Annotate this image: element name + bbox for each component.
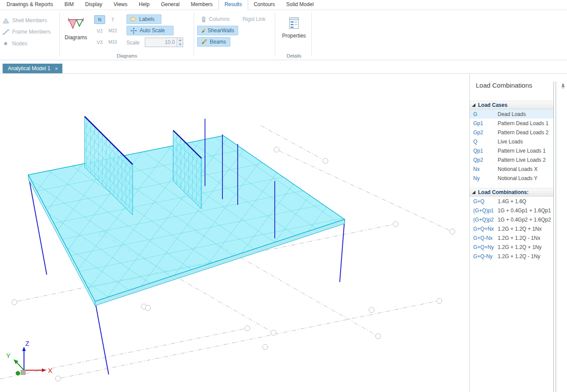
properties-button[interactable]: Properties xyxy=(279,14,309,54)
load-combination-name: (G+Q)p2 xyxy=(473,217,498,223)
close-icon[interactable]: × xyxy=(55,66,58,72)
ribbon-separator xyxy=(59,13,60,56)
shearwalls-icon xyxy=(201,27,205,34)
load-combination-row[interactable]: G+Q+Ny 1.2G + 1.2Q + 1Ny xyxy=(470,242,553,252)
panel-scrollbar[interactable] xyxy=(553,82,556,392)
load-combination-row[interactable]: (G+Q)p2 1G + 0.4Gp2 + 1.6Qp2 xyxy=(470,215,553,224)
panel-title: Load Combinations xyxy=(476,82,532,89)
beams-button-label: Beams xyxy=(210,39,226,45)
tab-contours[interactable]: Contours xyxy=(248,0,281,10)
section-header-load-cases[interactable]: Load Cases xyxy=(470,101,553,109)
tab-results[interactable]: Results xyxy=(219,0,248,10)
component-m33-button[interactable]: M33 xyxy=(107,38,118,47)
load-combination-name: G+Q+Nx xyxy=(473,226,498,232)
document-tab-analytical-model-1[interactable]: Analytical Model 1 × xyxy=(3,64,62,73)
component-v2-button[interactable]: V2 xyxy=(94,27,105,35)
shell-members-button[interactable]: Shell Members xyxy=(3,16,47,25)
pin-icon[interactable] xyxy=(560,83,566,89)
ribbon-body: Shell Members Frame Members Nodes Diagra… xyxy=(0,10,567,60)
beams-icon xyxy=(201,39,207,45)
load-case-row[interactable]: Nx Notional Loads X xyxy=(470,164,553,174)
tab-drawings-reports[interactable]: Drawings & Reports xyxy=(1,0,59,10)
nodes-label: Nodes xyxy=(12,41,27,47)
nodes-button[interactable]: Nodes xyxy=(3,39,27,48)
ribbon-tab-strip: Drawings & Reports BIM Display Views Hel… xyxy=(0,0,567,10)
frame-members-icon xyxy=(3,29,9,35)
load-case-row[interactable]: Qp1 Pattern Live Loads 1 xyxy=(470,146,553,155)
model-viewport[interactable]: Z X Y xyxy=(0,74,469,392)
load-combination-name: G+Q xyxy=(473,198,498,205)
load-combination-desc: 1G + 0.4Gp1 + 1.6Qp1 xyxy=(498,208,551,214)
load-combination-row[interactable]: G+Q 1.4G + 1.6Q xyxy=(470,197,553,206)
load-case-row[interactable]: G Dead Loads xyxy=(470,109,553,119)
ribbon-separator xyxy=(194,13,194,56)
load-case-row[interactable]: Gp2 Pattern Dead Loads 2 xyxy=(470,128,553,137)
tab-views[interactable]: Views xyxy=(108,0,133,10)
section-header-load-combinations[interactable]: Load Combinations: xyxy=(470,188,553,197)
load-combination-name: G+Q-Nx xyxy=(473,235,498,241)
component-m22-button[interactable]: M22 xyxy=(107,27,118,35)
load-combination-row[interactable]: G+Q-Nx 1.2G + 1.2Q - 1Nx xyxy=(470,233,553,242)
shearwalls-button[interactable]: ShearWalls xyxy=(197,26,238,35)
load-case-row[interactable]: Qp2 Pattern Live Loads 2 xyxy=(470,155,553,164)
columns-button[interactable]: Columns xyxy=(197,14,238,24)
ribbon-separator xyxy=(311,13,312,56)
scale-input[interactable] xyxy=(145,38,177,47)
panel-sections: Load Cases G Dead Loads Gp1 Pattern Dead… xyxy=(470,101,553,261)
auto-scale-button-label: Auto Scale xyxy=(140,27,165,34)
load-case-row[interactable]: Gp1 Pattern Dead Loads 1 xyxy=(470,119,553,128)
diagrams-button[interactable]: Diagrams xyxy=(61,14,91,54)
frame-members-button[interactable]: Frame Members xyxy=(3,27,51,36)
load-case-desc: Notional Loads X xyxy=(498,166,537,172)
diagrams-group-caption: Diagrams xyxy=(61,53,193,58)
load-case-name: Q xyxy=(473,139,498,145)
tab-display[interactable]: Display xyxy=(79,0,108,10)
axis-origin-sphere xyxy=(16,372,20,375)
load-combination-row[interactable]: (G+Q)p1 1G + 0.4Gp1 + 1.6Qp1 xyxy=(470,206,553,215)
load-case-row[interactable]: Ny Notional Loads Y xyxy=(470,174,553,183)
load-combination-row[interactable]: G+Q+Nx 1.2G + 1.2Q + 1Nx xyxy=(470,224,553,233)
component-t-button[interactable]: T xyxy=(107,15,118,24)
auto-scale-button[interactable]: Auto Scale xyxy=(126,26,174,35)
scale-spin-down-button[interactable] xyxy=(177,42,183,47)
columns-icon xyxy=(201,16,206,23)
labels-button-label: Labels xyxy=(139,16,154,22)
labels-button[interactable]: Labels xyxy=(126,14,161,24)
component-n-button[interactable]: N xyxy=(94,15,105,24)
tab-members[interactable]: Members xyxy=(185,0,219,10)
section-title: Load Cases xyxy=(478,102,507,108)
content-area: Z X Y Load Combinations xyxy=(0,73,567,392)
load-combination-row[interactable]: G+Q-Ny 1.2G + 1.2Q - 1Ny xyxy=(470,252,553,261)
scale-spin-up-button[interactable] xyxy=(177,38,183,42)
rigid-link-button[interactable]: Rigid Link xyxy=(243,14,266,24)
beams-button[interactable]: Beams xyxy=(197,37,230,47)
scale-label: Scale xyxy=(126,38,140,48)
load-case-name: Gp2 xyxy=(473,130,498,136)
load-combination-name: G+Q-Ny xyxy=(473,253,498,259)
ribbon-separator xyxy=(275,13,275,56)
load-combination-desc: 1.2G + 1.2Q + 1Ny xyxy=(498,244,542,250)
tab-solid-model[interactable]: Solid Model xyxy=(280,0,319,10)
load-case-desc: Pattern Dead Loads 2 xyxy=(498,130,549,136)
load-case-row[interactable]: Q Live Loads xyxy=(470,137,553,146)
tab-general[interactable]: General xyxy=(155,0,185,10)
load-combinations-panel: Load Combinations Load Cases G Dead Load… xyxy=(469,74,567,392)
component-v3-button[interactable]: V3 xyxy=(94,38,105,47)
load-combination-desc: 1.2G + 1.2Q - 1Nx xyxy=(498,235,540,241)
shell-members-icon xyxy=(3,18,9,24)
load-combination-name: G+Q+Ny xyxy=(473,244,498,250)
tab-help[interactable]: Help xyxy=(133,0,155,10)
document-tab-bar: Analytical Model 1 × xyxy=(0,64,567,73)
load-case-desc: Pattern Dead Loads 1 xyxy=(498,120,549,126)
document-tab-label: Analytical Model 1 xyxy=(8,65,50,72)
section-title: Load Combinations: xyxy=(478,189,529,195)
diagrams-icon xyxy=(67,17,85,31)
collapse-triangle-icon xyxy=(472,103,475,107)
tab-bim[interactable]: BIM xyxy=(59,0,79,10)
load-case-name: G xyxy=(473,111,498,117)
load-case-desc: Pattern Live Loads 1 xyxy=(498,148,546,154)
load-combination-desc: 1.2G + 1.2Q - 1Ny xyxy=(498,253,540,259)
axis-x-label: X xyxy=(48,367,52,374)
load-case-name: Qp1 xyxy=(473,148,498,154)
model-viewport-canvas: Z X Y xyxy=(0,74,469,392)
